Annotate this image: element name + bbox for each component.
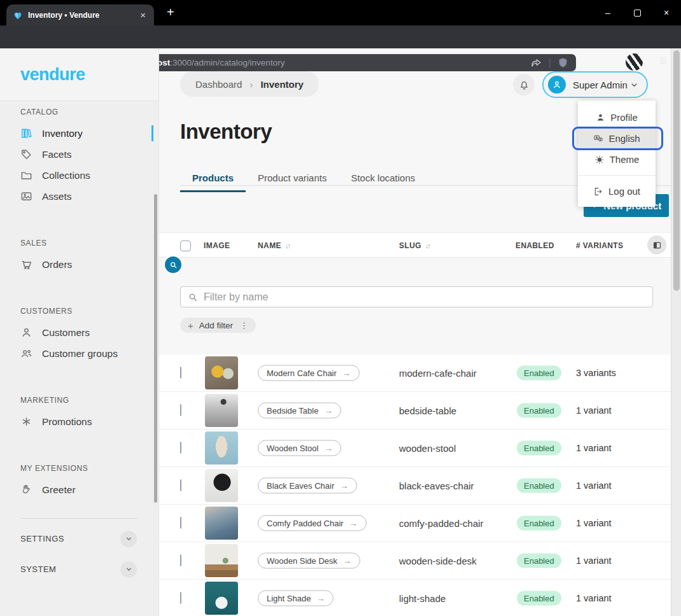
product-name-link[interactable]: Wooden Stool→ [258,440,341,456]
arrow-right-icon: → [324,406,332,416]
sidebar-item-label: Inventory [42,128,83,139]
image-icon [20,190,32,202]
product-name-link[interactable]: Light Shade→ [258,591,333,606]
arrow-right-icon: → [349,519,358,528]
product-name-link[interactable]: Bedside Table→ [258,403,341,419]
sidebar-item-label: Promotions [42,416,92,428]
tab-products[interactable]: Products [180,172,246,192]
product-name-link[interactable]: Modern Cafe Chair→ [258,365,360,381]
row-checkbox[interactable] [180,404,181,416]
tab-title: Inventory • Vendure [28,11,138,20]
status-badge: Enabled [517,403,561,418]
column-settings-button[interactable] [647,235,666,255]
new-tab-button[interactable]: + [167,5,174,20]
column-header-slug[interactable]: SLUG↓↑ [399,233,430,258]
tab-product-variants[interactable]: Product variants [246,172,339,192]
variant-count: 1 variant [576,480,612,491]
chevron-down-icon[interactable] [120,561,137,578]
product-table-body: Modern Cafe Chair→ modern-cafe-chair Ena… [159,354,671,616]
variant-count: 1 variant [576,593,612,603]
menu-divider [578,175,656,176]
tab-bar: Products Product variants Stock location… [180,172,427,192]
sidebar-item-collections[interactable]: Collections [0,165,158,186]
page-title: Inventory [180,120,272,144]
variant-count: 3 variants [576,368,616,378]
sidebar-item-label: Collections [42,170,90,181]
chevron-down-icon [629,80,639,90]
product-name-link[interactable]: Black Eaves Chair→ [258,478,357,494]
row-checkbox[interactable] [180,592,181,604]
window-close-button[interactable]: × [652,0,681,25]
sidebar-item-customer-groups[interactable]: Customer groups [0,343,158,364]
sort-icon[interactable]: ↓↑ [425,242,430,249]
menu-item-profile[interactable]: Profile [578,107,656,128]
arrow-right-icon: → [343,556,351,566]
sidebar-item-promotions[interactable]: Promotions [0,411,158,432]
status-badge: Enabled [517,441,561,456]
sidebar-item-orders[interactable]: Orders [0,254,158,275]
arrow-right-icon: → [324,444,332,453]
sort-icon[interactable]: ↓↑ [285,242,290,249]
section-label-my-extensions: MY EXTENSIONS [20,464,158,473]
sidebar-item-greeter[interactable]: Greeter [0,479,158,500]
scrollbar-thumb[interactable] [673,50,680,291]
sidebar-item-customers[interactable]: Customers [0,322,158,343]
filter-by-name-input[interactable] [204,291,645,303]
menu-item-language[interactable]: English [578,128,656,149]
column-header-name[interactable]: NAME↓↑ [258,233,290,258]
table-row: Light Shade→ light-shade Enabled 1 varia… [159,580,671,616]
variant-count: 1 variant [576,556,612,566]
breadcrumb-dashboard[interactable]: Dashboard [195,79,242,90]
product-name-link[interactable]: Wooden Side Desk→ [258,553,360,569]
sidebar-item-label: Customer groups [42,348,118,360]
product-slug: light-shade [399,593,446,604]
row-checkbox[interactable] [180,479,181,491]
main-content: Dashboard › Inventory Super Admin Profil… [159,48,671,616]
breadcrumb: Dashboard › Inventory [180,71,319,97]
sidebar-group-settings[interactable]: SETTINGS [0,528,158,549]
asterisk-icon [20,416,32,428]
product-slug: wooden-stool [399,443,456,454]
sidebar-nav: CATALOG Inventory Facets Collections Ass… [0,101,158,616]
sidebar-item-label: Facets [42,149,72,160]
user-menu-button[interactable]: Super Admin [542,71,648,98]
window-minimize-button[interactable]: – [593,0,622,25]
row-checkbox[interactable] [180,442,181,454]
search-toggle-button[interactable] [165,256,181,273]
page-scrollbar[interactable] [671,48,681,616]
row-checkbox[interactable] [180,367,181,379]
section-label-sales: SALES [20,239,158,248]
tab-close-icon[interactable]: × [138,10,148,20]
kebab-menu-icon[interactable]: ⋮ [240,321,248,330]
column-header-enabled: ENABLED [516,233,554,258]
sidebar-item-facets[interactable]: Facets [0,144,158,165]
search-icon [169,261,178,269]
notifications-button[interactable] [513,74,535,95]
browser-tab[interactable]: Inventory • Vendure × [6,4,154,25]
section-label-marketing: MARKETING [20,396,158,405]
profile-icon [596,113,605,122]
variant-count: 1 variant [576,405,612,416]
row-checkbox[interactable] [180,554,181,566]
window-maximize-button[interactable] [622,0,652,25]
vendure-logo[interactable]: vendure [20,65,85,85]
chevron-down-icon[interactable] [120,531,137,547]
sidebar: vendure CATALOG Inventory Facets Collect… [0,48,159,616]
browser-titlebar: Inventory • Vendure × + – × [0,0,681,25]
row-checkbox[interactable] [180,517,181,529]
tag-icon [20,148,32,160]
sidebar-item-inventory[interactable]: Inventory [0,123,158,144]
add-filter-button[interactable]: + Add filter ⋮ [180,318,256,333]
sidebar-group-system[interactable]: SYSTEM [0,559,158,580]
product-slug: modern-cafe-chair [399,368,477,379]
product-name-link[interactable]: Comfy Padded Chair→ [258,515,367,531]
menu-item-theme[interactable]: Theme [578,149,656,170]
sidebar-item-label: Customers [42,327,90,339]
vendure-favicon-icon [13,10,23,20]
sidebar-scrollbar[interactable] [154,194,157,503]
sidebar-item-assets[interactable]: Assets [0,186,158,207]
select-all-checkbox[interactable] [180,241,191,251]
search-icon [188,292,198,302]
menu-item-logout[interactable]: Log out [578,181,656,202]
tab-stock-locations[interactable]: Stock locations [339,172,427,192]
